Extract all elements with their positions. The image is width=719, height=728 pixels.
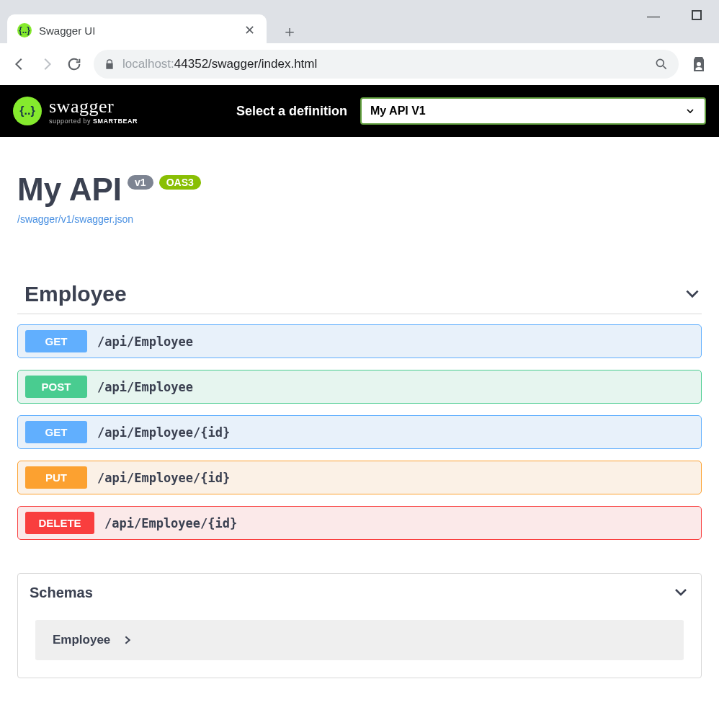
window-controls: — [647,9,702,24]
operation-row[interactable]: GET /api/Employee/{id} [17,415,702,449]
address-bar-row: localhost:44352/swagger/index.html [0,43,719,85]
operation-row[interactable]: DELETE /api/Employee/{id} [17,506,702,540]
schema-item[interactable]: Employee [35,620,684,660]
schema-name: Employee [53,633,110,647]
definition-select-label: Select a definition [236,104,347,119]
operation-path: /api/Employee/{id} [104,516,237,531]
http-method-badge: GET [25,330,87,352]
brand-text: swagger supported by SMARTBEAR [49,97,138,125]
chevron-right-icon [122,634,133,646]
toolbar-right [690,56,707,73]
new-tab-button[interactable]: ＋ [277,19,303,45]
maximize-icon[interactable] [692,9,702,24]
operation-path: /api/Employee/{id} [97,425,230,440]
schemas-header[interactable]: Schemas [18,574,701,611]
selected-definition: My API V1 [370,105,426,117]
browser-chrome: {..} Swagger UI ✕ ＋ — localhost:44352/sw… [0,0,719,85]
http-method-badge: DELETE [25,512,94,534]
search-in-page-icon[interactable] [654,57,669,71]
operation-list: GET /api/Employee POST /api/Employee GET… [17,324,702,540]
http-method-badge: PUT [25,466,87,489]
lock-icon [104,58,115,70]
operation-row[interactable]: POST /api/Employee [17,370,702,404]
close-tab-button[interactable]: ✕ [240,22,259,38]
http-method-badge: POST [25,376,87,398]
tab-bar: {..} Swagger UI ✕ ＋ — [0,0,719,43]
profile-icon[interactable] [690,56,707,73]
brand-wordmark: swagger [49,97,138,116]
tag-name: Employee [17,282,127,306]
url-path: 44352/swagger/index.html [174,57,317,71]
swagger-favicon-icon: {..} [17,23,32,37]
definition-select[interactable]: My API V1 [360,97,706,125]
api-header: My API v1 OAS3 [17,172,702,208]
forward-button[interactable] [39,56,55,72]
api-title: My API [17,172,122,208]
back-button[interactable] [12,56,27,72]
spec-link[interactable]: /swagger/v1/swagger.json [17,213,133,225]
url-host: localhost: [122,57,174,71]
oas-badge: OAS3 [159,175,201,190]
main-content: My API v1 OAS3 /swagger/v1/swagger.json … [0,137,719,696]
operation-path: /api/Employee [97,334,193,349]
schemas-title: Schemas [30,585,93,601]
chevron-down-icon [683,285,702,303]
address-bar[interactable]: localhost:44352/swagger/index.html [94,50,679,79]
browser-tab[interactable]: {..} Swagger UI ✕ [7,14,267,46]
chevron-down-icon [684,105,696,117]
chevron-down-icon [672,584,689,601]
tab-title: Swagger UI [39,25,233,37]
svg-point-0 [656,59,664,66]
minimize-icon[interactable]: — [647,9,660,24]
operation-row[interactable]: GET /api/Employee [17,324,702,358]
reload-button[interactable] [66,56,82,72]
url-text: localhost:44352/swagger/index.html [122,57,317,71]
operation-path: /api/Employee/{id} [97,471,230,485]
operation-row[interactable]: PUT /api/Employee/{id} [17,461,702,494]
version-badge: v1 [128,175,153,190]
swagger-topbar: {..} swagger supported by SMARTBEAR Sele… [0,85,719,137]
operation-path: /api/Employee [97,380,193,394]
brand-subtitle: supported by SMARTBEAR [49,118,138,125]
tag-header[interactable]: Employee [17,282,702,314]
swagger-logo-icon: {..} [13,97,42,125]
http-method-badge: GET [25,421,87,443]
swagger-brand[interactable]: {..} swagger supported by SMARTBEAR [13,97,138,125]
schemas-section: Schemas Employee [17,573,702,678]
